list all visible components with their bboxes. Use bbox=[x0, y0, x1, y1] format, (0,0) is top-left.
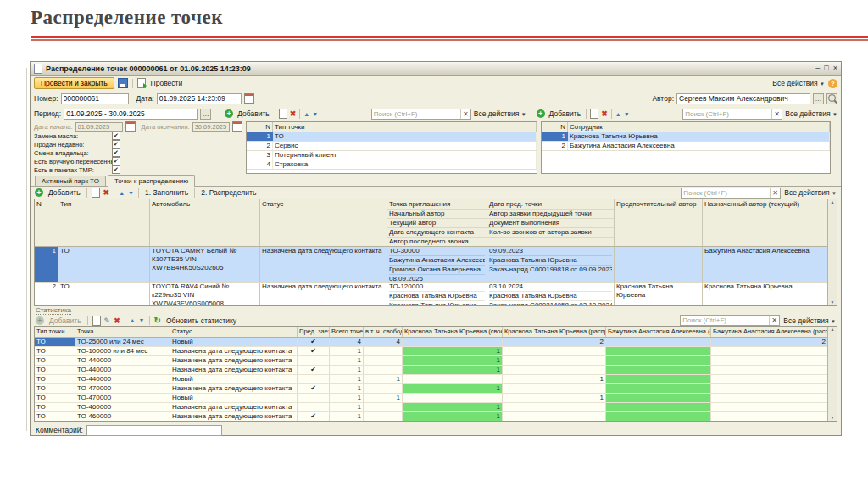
clear-search-icon[interactable]: ✕ bbox=[460, 109, 470, 119]
scrollbar[interactable]: ▲▼ bbox=[827, 199, 837, 305]
delete-icon[interactable]: ✖ bbox=[103, 188, 110, 197]
table-row[interactable]: 2Сервис bbox=[247, 142, 537, 151]
move-up-icon[interactable]: ▲ bbox=[615, 111, 621, 117]
add-icon[interactable]: + bbox=[35, 188, 43, 197]
search-input[interactable] bbox=[682, 189, 770, 197]
column-header: Точка bbox=[75, 327, 170, 337]
search-input[interactable] bbox=[683, 110, 771, 118]
table-row[interactable]: ТОТО-25000 или 24 месНовый✔4422 bbox=[35, 338, 828, 347]
document-fields-row: Номер: Дата: Автор: … bbox=[31, 91, 841, 106]
fill-button[interactable]: 1. Заполнить bbox=[143, 188, 190, 197]
author-open-button[interactable] bbox=[826, 93, 837, 104]
comment-field[interactable] bbox=[86, 425, 222, 436]
table-row[interactable]: ТОТО-440000Назначена дата следующего кон… bbox=[35, 366, 828, 375]
checkbox[interactable]: ✔ bbox=[112, 140, 120, 148]
period-field[interactable] bbox=[64, 109, 198, 120]
author-label: Автор: bbox=[652, 94, 674, 103]
checkbox[interactable]: ✔ bbox=[112, 157, 120, 165]
column-header: Сотрудник bbox=[568, 122, 830, 132]
copy-icon[interactable] bbox=[590, 109, 598, 119]
calendar-icon[interactable] bbox=[125, 121, 136, 132]
tab-active-fleet[interactable]: Активный парк ТО bbox=[35, 176, 106, 186]
cell: ✔ bbox=[298, 347, 330, 355]
table-row[interactable]: ТОТО-460000Назначена дата следующего кон… bbox=[35, 412, 828, 422]
minimize-button[interactable]: – bbox=[815, 63, 820, 74]
delete-icon[interactable]: ✖ bbox=[114, 316, 120, 325]
move-down-icon[interactable]: ▼ bbox=[139, 317, 145, 323]
statistics-toggle[interactable]: Статистика bbox=[36, 306, 71, 315]
table-row[interactable]: 1ТО bbox=[247, 132, 537, 142]
date-end-field[interactable] bbox=[192, 122, 230, 132]
employees-all-actions[interactable]: Все действия ▼ bbox=[785, 109, 837, 118]
table-row[interactable]: 1Краснова Татьяна Юрьевна bbox=[542, 132, 830, 142]
save-icon[interactable] bbox=[118, 78, 128, 88]
invite-point-cell: ТО-120000Краснова Татьяна ЮрьевнаКраснов… bbox=[387, 283, 487, 306]
period-choose-button[interactable]: … bbox=[200, 109, 211, 120]
table-row[interactable]: ТОТО-440000Новый111 bbox=[35, 375, 828, 384]
post-button[interactable]: Провести bbox=[149, 79, 185, 87]
table-row[interactable]: 4Страховка bbox=[247, 160, 537, 170]
all-actions-button[interactable]: Все действия ▼ bbox=[772, 79, 825, 87]
copy-icon[interactable] bbox=[92, 316, 101, 326]
move-up-icon[interactable]: ▲ bbox=[130, 317, 136, 323]
table-row[interactable]: 3Потерянный клиент bbox=[247, 151, 537, 160]
delete-icon[interactable]: ✖ bbox=[290, 109, 297, 118]
employees-add-button[interactable]: Добавить bbox=[548, 109, 583, 118]
copy-icon[interactable] bbox=[279, 109, 287, 119]
statistics-all-actions[interactable]: Все действия ▼ bbox=[783, 316, 836, 325]
point-types-add-button[interactable]: Добавить bbox=[236, 109, 271, 118]
row-number-cell: 3 bbox=[247, 151, 273, 160]
search-input[interactable] bbox=[681, 316, 769, 324]
refresh-icon[interactable]: ↻ bbox=[154, 316, 161, 325]
table-row[interactable]: ТОТО-440000Назначена дата следующего кон… bbox=[35, 356, 828, 366]
delete-icon[interactable]: ✖ bbox=[601, 109, 608, 118]
points-all-actions[interactable]: Все действия ▼ bbox=[784, 188, 837, 197]
refresh-statistics-button[interactable]: Обновить статистику bbox=[164, 316, 238, 325]
date-field[interactable] bbox=[157, 93, 242, 104]
date-start-field[interactable] bbox=[75, 122, 123, 132]
close-button[interactable]: × bbox=[833, 63, 837, 74]
tab-points-to-distribute[interactable]: Точки к распределению bbox=[108, 175, 195, 187]
add-icon[interactable]: + bbox=[537, 109, 545, 118]
search-input[interactable] bbox=[372, 110, 460, 118]
table-row[interactable]: 2ТОTOYOTA RAV4 Синий № к229но35 VIN XW7W… bbox=[35, 283, 828, 306]
move-down-icon[interactable]: ▼ bbox=[128, 190, 134, 196]
table-row[interactable]: 2Бажутина Анастасия Алексеевна bbox=[542, 142, 830, 151]
clear-search-icon[interactable]: ✕ bbox=[770, 188, 780, 198]
move-down-icon[interactable]: ▼ bbox=[624, 111, 630, 117]
edit-icon[interactable]: ✎ bbox=[104, 316, 111, 325]
add-icon[interactable]: + bbox=[225, 109, 233, 118]
table-row[interactable]: ТОТО-100000 или 84 месНазначена дата сле… bbox=[35, 347, 828, 356]
table-row[interactable]: ТОТО-470000Новый111 bbox=[35, 394, 828, 403]
statistics-add-button[interactable]: Добавить bbox=[47, 316, 83, 325]
clear-search-icon[interactable]: ✕ bbox=[771, 109, 782, 119]
help-icon[interactable]: ? bbox=[828, 79, 837, 88]
clear-search-icon[interactable]: ✕ bbox=[769, 316, 779, 325]
post-and-close-button[interactable]: Провести и закрыть bbox=[34, 77, 114, 89]
sub-line: Бажутина Анастасия Алексеевна bbox=[389, 256, 485, 266]
move-up-icon[interactable]: ▲ bbox=[119, 190, 125, 196]
distribute-button[interactable]: 2. Распределить bbox=[199, 188, 258, 197]
author-field[interactable] bbox=[676, 93, 810, 104]
add-icon[interactable]: + bbox=[36, 316, 44, 325]
checkbox[interactable]: ✔ bbox=[112, 132, 120, 140]
move-down-icon[interactable]: ▼ bbox=[312, 111, 318, 117]
number-field[interactable] bbox=[61, 93, 129, 104]
column-header: Всего точек bbox=[330, 327, 364, 337]
move-up-icon[interactable]: ▲ bbox=[303, 111, 309, 117]
points-add-button[interactable]: Добавить bbox=[47, 188, 82, 197]
checkbox[interactable]: ✔ bbox=[112, 148, 120, 157]
author-choose-button[interactable]: … bbox=[813, 93, 824, 104]
checkbox[interactable]: ✔ bbox=[112, 165, 120, 174]
table-row[interactable]: ТОТО-470000Назначена дата следующего кон… bbox=[35, 384, 828, 394]
calendar-icon[interactable] bbox=[244, 93, 254, 104]
scrollbar[interactable]: ▲▼ bbox=[827, 327, 837, 421]
copy-icon[interactable] bbox=[92, 188, 100, 198]
cell bbox=[364, 403, 403, 411]
point-types-all-actions[interactable]: Все действия ▼ bbox=[474, 109, 526, 118]
restore-button[interactable]: □ bbox=[824, 63, 828, 74]
table-row[interactable]: 1ТОTOYOTA CAMRY Белый № К107ТЕ35 VIN XW7… bbox=[35, 247, 828, 283]
table-row[interactable]: ТОТО-460000Назначена дата следующего кон… bbox=[35, 403, 828, 412]
calendar-icon[interactable] bbox=[232, 121, 242, 132]
post-icon[interactable] bbox=[137, 78, 146, 88]
